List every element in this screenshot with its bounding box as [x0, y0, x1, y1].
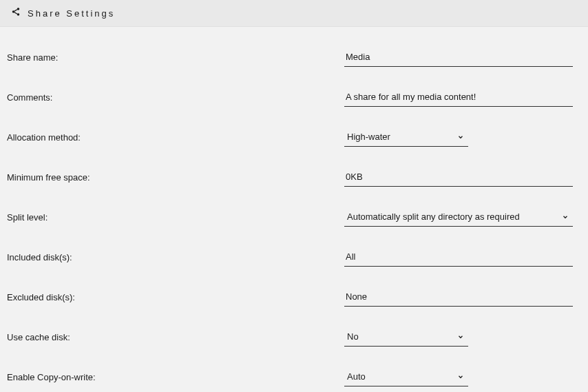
label-excluded-disks: Excluded disk(s):	[7, 292, 344, 302]
row-comments: Comments:	[7, 87, 581, 107]
allocation-method-select[interactable]: High-water	[344, 127, 468, 147]
share-name-input[interactable]	[344, 48, 573, 67]
excluded-disks-input[interactable]	[344, 287, 573, 307]
use-cache-disk-value: No	[344, 327, 468, 346]
svg-point-0	[17, 8, 20, 10]
row-included-disks: Included disk(s):	[7, 247, 581, 267]
form-container: Share name: Comments: Allocation method:…	[0, 27, 588, 392]
label-included-disks: Included disk(s):	[7, 252, 344, 262]
enable-cow-select[interactable]: Auto	[344, 367, 468, 386]
page-title: Share Settings	[28, 8, 115, 19]
split-level-value: Automatically split any directory as req…	[344, 207, 573, 226]
minimum-free-space-input[interactable]	[344, 167, 573, 187]
use-cache-disk-select[interactable]: No	[344, 327, 468, 347]
row-minimum-free-space: Minimum free space:	[7, 167, 581, 187]
label-enable-cow: Enable Copy-on-write:	[7, 372, 344, 382]
svg-point-1	[12, 10, 15, 13]
page-header: Share Settings	[0, 0, 588, 27]
svg-point-2	[17, 13, 20, 16]
comments-input[interactable]	[344, 87, 573, 107]
label-allocation-method: Allocation method:	[7, 132, 344, 143]
label-split-level: Split level:	[7, 212, 344, 223]
split-level-select[interactable]: Automatically split any directory as req…	[344, 207, 573, 227]
included-disks-input[interactable]	[344, 247, 573, 267]
row-allocation-method: Allocation method: High-water	[7, 127, 581, 147]
label-share-name: Share name:	[7, 52, 344, 63]
label-comments: Comments:	[7, 92, 344, 103]
enable-cow-value: Auto	[344, 367, 468, 386]
share-icon	[11, 7, 21, 19]
label-minimum-free-space: Minimum free space:	[7, 172, 344, 183]
row-split-level: Split level: Automatically split any dir…	[7, 207, 581, 227]
row-enable-cow: Enable Copy-on-write: Auto	[7, 367, 581, 386]
row-use-cache-disk: Use cache disk: No	[7, 327, 581, 347]
label-use-cache-disk: Use cache disk:	[7, 332, 344, 342]
row-excluded-disks: Excluded disk(s):	[7, 287, 581, 307]
row-share-name: Share name:	[7, 48, 581, 67]
allocation-method-value: High-water	[344, 127, 468, 146]
